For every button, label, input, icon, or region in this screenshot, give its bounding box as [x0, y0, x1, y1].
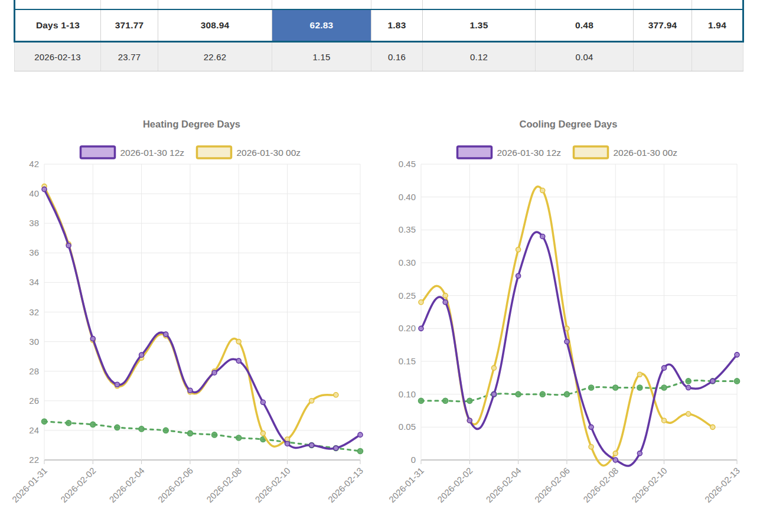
legend-item[interactable]: 2026-01-30 00z — [574, 146, 678, 158]
data-point-2026-01-30 12z[interactable] — [164, 332, 168, 337]
x-axis-tick-label: 2026-01-31 — [11, 465, 49, 504]
data-point-2026-01-30 00z[interactable] — [613, 451, 618, 456]
data-point-green-dashed[interactable] — [735, 378, 740, 384]
cell-value: 377.94 — [634, 9, 692, 42]
data-point-2026-01-30 12z[interactable] — [443, 300, 448, 305]
data-point-2026-01-30 00z[interactable] — [309, 399, 314, 403]
data-point-green-dashed[interactable] — [236, 435, 242, 440]
data-point-green-dashed[interactable] — [686, 378, 691, 384]
data-point-2026-01-30 00z[interactable] — [540, 188, 545, 193]
data-point-2026-01-30 12z[interactable] — [212, 370, 217, 375]
y-axis-tick-label: 0.45 — [399, 159, 416, 169]
x-axis-tick-label: 2026-02-13 — [703, 465, 742, 504]
data-point-green-dashed[interactable] — [419, 398, 424, 403]
x-axis-tick-label: 2026-02-08 — [204, 465, 243, 504]
data-point-2026-01-30 12z[interactable] — [589, 425, 593, 429]
cell-value: 0.48 — [536, 9, 634, 42]
data-point-green-dashed[interactable] — [115, 425, 120, 430]
legend-item[interactable]: 2026-01-30 00z — [197, 146, 301, 158]
data-point-2026-01-30 12z[interactable] — [467, 418, 472, 423]
data-point-green-dashed[interactable] — [516, 391, 521, 397]
cell-value-selected[interactable]: 62.83 — [272, 9, 371, 42]
data-point-green-dashed[interactable] — [443, 398, 448, 403]
y-axis-tick-label: 0.40 — [399, 192, 416, 202]
degree-days-summary-table: Days 1-13 371.77 308.94 62.83 1.83 1.35 … — [14, 0, 744, 71]
data-point-2026-01-30 00z[interactable] — [443, 293, 448, 298]
data-point-2026-01-30 12z[interactable] — [309, 443, 314, 448]
data-point-2026-01-30 00z[interactable] — [260, 431, 265, 436]
data-point-2026-01-30 12z[interactable] — [188, 388, 193, 393]
data-point-2026-01-30 00z[interactable] — [334, 393, 338, 397]
x-axis-tick-label: 2026-02-04 — [484, 465, 523, 504]
data-point-2026-01-30 12z[interactable] — [139, 353, 144, 357]
heating-degree-days-chart: 22242628303234363840422026-01-312026-02-… — [11, 113, 381, 530]
data-point-2026-01-30 00z[interactable] — [637, 372, 642, 377]
table-row-clipped-header — [15, 0, 743, 9]
data-point-2026-01-30 12z[interactable] — [565, 340, 569, 344]
y-axis-tick-label: 30 — [29, 337, 39, 347]
data-point-2026-01-30 12z[interactable] — [613, 458, 618, 462]
cooling-degree-days-chart: 00.050.100.150.200.250.300.350.400.45202… — [387, 113, 758, 530]
data-point-2026-01-30 12z[interactable] — [236, 358, 241, 363]
data-point-green-dashed[interactable] — [66, 420, 71, 426]
data-point-2026-01-30 12z[interactable] — [334, 446, 338, 451]
data-point-green-dashed[interactable] — [467, 398, 472, 403]
data-point-2026-01-30 00z[interactable] — [419, 300, 423, 305]
data-point-2026-01-30 00z[interactable] — [491, 365, 496, 370]
data-point-green-dashed[interactable] — [163, 427, 168, 433]
data-point-green-dashed[interactable] — [540, 391, 545, 397]
data-point-green-dashed[interactable] — [42, 419, 47, 424]
data-point-green-dashed[interactable] — [187, 430, 193, 436]
data-point-2026-01-30 12z[interactable] — [516, 273, 521, 278]
legend-item[interactable]: 2026-01-30 12z — [81, 146, 185, 158]
y-axis-tick-label: 32 — [29, 307, 39, 317]
data-point-2026-01-30 00z[interactable] — [516, 247, 521, 252]
data-point-2026-01-30 12z[interactable] — [540, 234, 545, 239]
data-point-green-dashed[interactable] — [90, 422, 96, 427]
data-point-2026-01-30 12z[interactable] — [66, 243, 71, 248]
data-point-2026-01-30 12z[interactable] — [419, 326, 423, 331]
data-point-green-dashed[interactable] — [212, 432, 217, 438]
data-point-2026-01-30 12z[interactable] — [710, 378, 715, 383]
x-axis-tick-label: 2026-02-06 — [156, 465, 195, 504]
data-point-2026-01-30 00z[interactable] — [686, 412, 691, 416]
data-point-green-dashed[interactable] — [613, 385, 618, 390]
x-axis-tick-label: 2026-02-13 — [326, 465, 365, 504]
data-point-2026-01-30 12z[interactable] — [42, 187, 47, 192]
data-point-green-dashed[interactable] — [564, 391, 569, 397]
x-axis-tick-label: 2026-02-02 — [58, 465, 97, 504]
data-point-2026-01-30 00z[interactable] — [662, 418, 667, 423]
data-point-2026-01-30 12z[interactable] — [637, 451, 642, 456]
data-point-2026-01-30 00z[interactable] — [710, 425, 715, 429]
y-axis-tick-label: 36 — [29, 247, 39, 257]
data-point-2026-01-30 12z[interactable] — [90, 337, 95, 341]
data-point-green-dashed[interactable] — [589, 385, 594, 390]
y-axis-tick-label: 42 — [29, 159, 39, 169]
data-point-2026-01-30 00z[interactable] — [236, 340, 241, 344]
legend-swatch — [574, 146, 608, 158]
data-point-green-dashed[interactable] — [139, 426, 144, 432]
data-point-green-dashed[interactable] — [358, 448, 363, 453]
data-point-2026-01-30 12z[interactable] — [358, 432, 363, 437]
series-line-2026-01-30 12z — [421, 232, 737, 466]
y-axis-tick-label: 26 — [29, 396, 39, 406]
legend-label: 2026-01-30 12z — [120, 148, 185, 158]
data-point-2026-01-30 12z[interactable] — [735, 353, 739, 357]
data-point-2026-01-30 12z[interactable] — [285, 441, 290, 446]
data-point-green-dashed[interactable] — [637, 385, 642, 390]
data-point-green-dashed[interactable] — [661, 385, 667, 390]
cell-value: 1.35 — [423, 9, 536, 42]
legend-label: 2026-01-30 00z — [237, 148, 301, 158]
cell-value: 308.94 — [158, 9, 272, 42]
cell-value: 1.94 — [692, 9, 743, 42]
data-point-2026-01-30 12z[interactable] — [260, 400, 265, 404]
data-point-2026-01-30 12z[interactable] — [686, 386, 691, 390]
cell-value: 0.04 — [536, 42, 634, 71]
data-point-2026-01-30 12z[interactable] — [662, 365, 667, 370]
data-point-2026-01-30 12z[interactable] — [115, 382, 119, 387]
data-point-2026-01-30 12z[interactable] — [491, 392, 496, 397]
chart-title: Heating Degree Days — [143, 119, 240, 129]
data-point-2026-01-30 00z[interactable] — [589, 445, 593, 449]
chart-title: Cooling Degree Days — [520, 119, 618, 129]
legend-item[interactable]: 2026-01-30 12z — [458, 146, 562, 158]
